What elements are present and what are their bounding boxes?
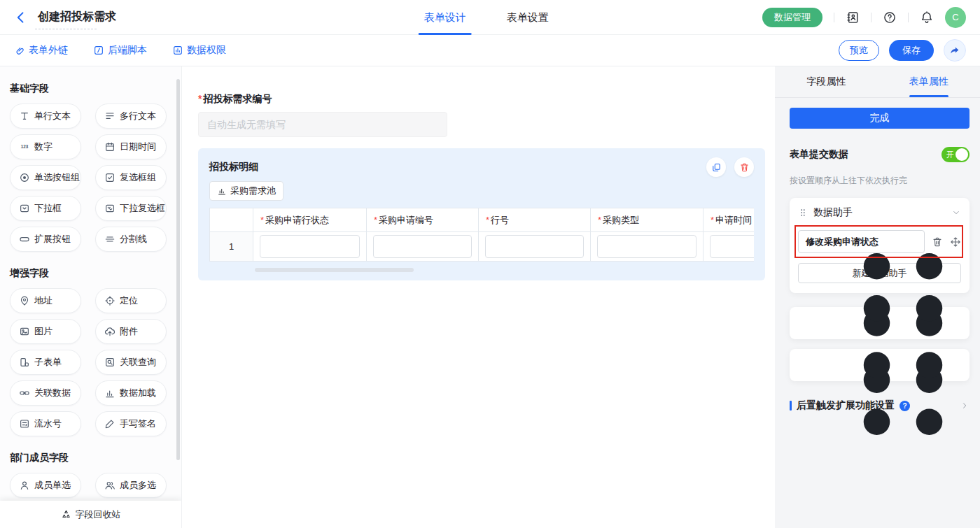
cell (479, 232, 591, 262)
field-address[interactable]: 地址 (10, 288, 81, 313)
field-member-multi[interactable]: 成员多选 (95, 473, 167, 498)
accent-bar (790, 401, 792, 411)
svg-text:123: 123 (21, 144, 29, 149)
toolbar-links: 表单外链 后端脚本 数据权限 (14, 44, 226, 57)
delete-subform-button[interactable] (734, 157, 754, 177)
drag-handle-icon[interactable] (798, 260, 980, 470)
field-data-load[interactable]: 数据加载 (95, 380, 167, 406)
link-icon (14, 45, 25, 56)
notification-bell-icon[interactable] (920, 10, 934, 24)
form-submit-data-row: 表单提交数据 开 (790, 147, 969, 162)
cell (591, 232, 704, 262)
field-radio-group[interactable]: 单选按钮组 (10, 165, 81, 190)
toolbar-actions: 预览 保存 (839, 39, 966, 62)
subform-title: 招投标明细 (209, 161, 258, 173)
field-locate[interactable]: 定位 (95, 288, 167, 313)
tab-field-properties[interactable]: 字段属性 (775, 66, 878, 97)
column-header: *采购类型 (591, 208, 704, 232)
purchase-pool-button[interactable]: 采购需求池 (209, 181, 284, 201)
form-external-link[interactable]: 表单外链 (14, 44, 68, 57)
help-icon[interactable] (883, 10, 897, 24)
back-icon[interactable] (14, 10, 28, 24)
field-number[interactable]: 123数字 (10, 134, 81, 159)
delete-helper-icon[interactable] (932, 236, 943, 248)
field-single-line-text[interactable]: 单行文本 (10, 104, 81, 129)
form-canvas: *招投标需求编号 招投标明细 采购需求池 (182, 66, 775, 528)
submit-data-toggle[interactable]: 开 (941, 147, 969, 162)
recycle-label: 字段回收站 (76, 508, 121, 521)
field-multi-line-text[interactable]: 多行文本 (95, 104, 167, 129)
page-title[interactable]: 创建招投标需求 (38, 10, 116, 29)
properties-panel: 字段属性 表单属性 完成 表单提交数据 开 按设置顺序从上往下依次执行完 数据助… (775, 66, 980, 528)
cell-input[interactable] (260, 235, 360, 258)
field-link-data[interactable]: 关联数据 (10, 380, 81, 406)
field-image[interactable]: 图片 (10, 319, 81, 344)
search-box-icon (104, 357, 115, 368)
field-divider[interactable]: 分割线 (95, 227, 167, 252)
field-signature[interactable]: 手写签名 (95, 411, 167, 436)
calendar-icon (104, 141, 115, 152)
column-header: *行号 (479, 208, 591, 232)
single-line-text-icon (19, 110, 30, 122)
help-badge-icon[interactable] (899, 401, 910, 411)
chain-link-icon (19, 387, 30, 399)
copy-subform-button[interactable] (706, 157, 726, 177)
field-recycle-bin[interactable]: 字段回收站 (0, 501, 181, 528)
tab-form-properties[interactable]: 表单属性 (878, 66, 980, 97)
field-palette-sidebar: 基础字段 单行文本 多行文本 123数字 日期时间 单选按钮组 复选框组 下拉框… (0, 66, 182, 528)
field-subform[interactable]: 子表单 (10, 350, 81, 375)
link-label: 表单外链 (29, 44, 68, 57)
horizontal-scrollbar[interactable] (255, 268, 414, 272)
form-designer-page: 创建招投标需求 表单设计 表单设置 数据管理 C 表单外链 后端脚本 (0, 0, 980, 528)
field-extend-button[interactable]: 扩展按钮 (10, 227, 81, 252)
column-header-index (210, 208, 253, 232)
backend-script-link[interactable]: 后端脚本 (93, 44, 147, 57)
tab-form-settings[interactable]: 表单设置 (507, 0, 549, 35)
field-multi-select[interactable]: 下拉复选框 (95, 196, 167, 221)
field-datetime[interactable]: 日期时间 (95, 134, 167, 159)
data-manage-button[interactable]: 数据管理 (762, 8, 822, 27)
field-select[interactable]: 下拉框 (10, 196, 81, 221)
data-helper-header[interactable]: 数据助手 (798, 206, 961, 219)
table-row: 1 (210, 232, 754, 262)
toggle-knob (955, 148, 968, 161)
share-button[interactable] (944, 39, 966, 62)
enhanced-field-grid: 地址 定位 图片 附件 子表单 关联查询 关联数据 数据加载 流水号 手写签名 (10, 288, 181, 436)
avatar[interactable]: C (945, 7, 966, 28)
section-title-members: 部门成员字段 (10, 452, 181, 464)
move-helper-icon[interactable] (950, 236, 961, 248)
chevron-right-icon (960, 401, 969, 411)
field-link-query[interactable]: 关联查询 (95, 350, 167, 375)
bar-chart-icon (104, 387, 115, 399)
cell-input[interactable] (373, 235, 472, 258)
done-button[interactable]: 完成 (790, 108, 969, 129)
column-header: *采购申请编号 (367, 208, 479, 232)
subform-block[interactable]: 招投标明细 采购需求池 *采购申请行状态 *采购申请编 (198, 148, 765, 280)
toggle-on-label: 开 (946, 150, 954, 160)
cell-input[interactable] (597, 235, 696, 258)
address-book-icon[interactable] (846, 10, 860, 24)
data-helper-title: 数据助手 (813, 206, 853, 219)
cell-input[interactable] (485, 235, 584, 258)
field-checkbox-group[interactable]: 复选框组 (95, 165, 167, 190)
save-button[interactable]: 保存 (889, 40, 934, 61)
pen-icon (104, 418, 115, 429)
data-permission-link[interactable]: 数据权限 (172, 44, 226, 57)
data-helper-item[interactable]: 修改采购申请状态 (798, 230, 925, 253)
field-member-single[interactable]: 成员单选 (10, 473, 81, 498)
preview-button[interactable]: 预览 (839, 40, 879, 61)
share-arrow-icon (949, 45, 960, 56)
cell-input[interactable] (710, 235, 754, 258)
serial-field-input[interactable] (198, 112, 447, 137)
field-attachment[interactable]: 附件 (95, 319, 167, 344)
column-header: *采购申请行状态 (253, 208, 367, 232)
recycle-icon (61, 509, 71, 520)
column-header: *申请时间 (704, 208, 754, 232)
subform-table: *采购申请行状态 *采购申请编号 *行号 *采购类型 *申请时间 1 (209, 208, 754, 262)
field-serial-number[interactable]: 流水号 (10, 411, 81, 436)
script-icon (93, 45, 104, 56)
drag-handle-icon[interactable] (798, 208, 808, 217)
sidebar-scrollbar[interactable] (176, 79, 180, 460)
tab-form-design[interactable]: 表单设计 (424, 0, 466, 35)
frontend-event-card[interactable]: 前端事件 (790, 349, 969, 381)
